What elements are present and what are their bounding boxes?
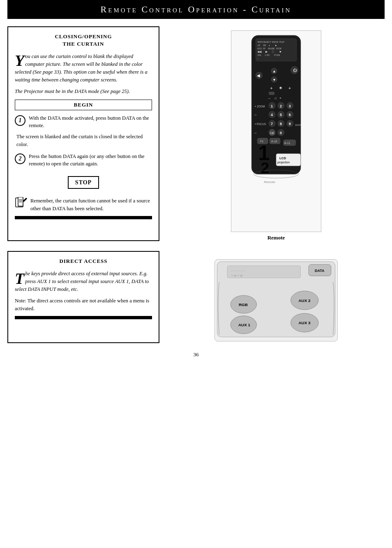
svg-text:A-11: A-11 (284, 142, 291, 144)
svg-text:Remote: Remote (264, 180, 275, 184)
svg-text:+: + (270, 86, 272, 91)
step2-text: Press the button DATA again (or any othe… (29, 153, 152, 168)
svg-text:EJECT: EJECT (265, 41, 271, 43)
memo-icon (15, 197, 28, 209)
svg-text:PLAY: PLAY (279, 41, 285, 43)
page-wrapper: Remote Control Operation - Curtain CLOSI… (0, 0, 392, 548)
stop-box: STOP (68, 176, 99, 189)
page-header: Remote Control Operation - Curtain (7, 0, 385, 19)
step2-circle: 2 (15, 153, 25, 164)
da-buttons-container: · · · · · · · · · ○ ·△· ○ ·△· DATA RGB A… (214, 259, 338, 343)
svg-text:▼: ▼ (272, 78, 276, 82)
svg-text:AUX 1: AUX 1 (238, 323, 251, 327)
bottom-content: DIRECT ACCESS T he keys provide direct a… (7, 251, 385, 343)
svg-text:WATCH: WATCH (257, 41, 265, 43)
svg-text:◀: ◀ (257, 73, 260, 78)
panel-body: Y ou can use the curtain control to blan… (15, 53, 152, 212)
step2-block: 2 Press the button DATA again (or any ot… (15, 153, 152, 168)
svg-text:projection: projection (277, 161, 290, 164)
drop-cap-y: Y (15, 54, 24, 67)
panel-title: CLOSING/OPENING THE CURTAIN (15, 33, 152, 48)
main-content: CLOSING/OPENING THE CURTAIN Y ou can use… (7, 26, 385, 241)
svg-text:FF: FF (263, 48, 265, 50)
svg-text:DATA: DATA (295, 124, 302, 126)
da-intro: T he keys provide direct access of exter… (15, 270, 152, 293)
svg-text:· ·   · · ·   · · · ·: · · · · · · · · · (231, 269, 245, 272)
curtain-panel: CLOSING/OPENING THE CURTAIN Y ou can use… (7, 26, 159, 241)
drop-cap-t: T (15, 272, 24, 285)
svg-text:–: – (254, 113, 256, 117)
svg-text:⏻: ⏻ (293, 68, 297, 72)
svg-rect-40 (269, 92, 274, 95)
svg-text:6: 6 (289, 113, 291, 117)
svg-text:A-10: A-10 (271, 140, 277, 143)
svg-text:–: – (268, 96, 270, 100)
svg-text:7: 7 (271, 122, 273, 126)
svg-text:◀◀: ◀◀ (257, 50, 262, 53)
step1-text: With the DATA mode activated, press butt… (29, 114, 152, 130)
svg-text:✶: ✶ (279, 85, 283, 91)
svg-text:2: 2 (261, 159, 269, 176)
svg-text:+: + (279, 96, 281, 100)
svg-text:FT/ZN: FT/ZN (274, 54, 280, 56)
svg-text:+: + (254, 123, 256, 125)
svg-text:STOP: STOP (276, 48, 282, 50)
direct-access-body: T he keys provide direct access of exter… (15, 270, 152, 313)
svg-text:PAUSE: PAUSE (268, 48, 275, 50)
svg-text:–: – (254, 131, 256, 135)
stop-container: STOP (15, 172, 152, 193)
svg-text:0: 0 (280, 131, 282, 135)
note-text: Remember, the curtain function cannot be… (30, 197, 152, 213)
da-panel-svg: · · · · · · · · · ○ ·△· ○ ·△· DATA RGB A… (214, 259, 338, 341)
svg-text:LCD: LCD (279, 156, 286, 160)
svg-rect-1 (18, 197, 23, 206)
step1-block: 1 With the DATA mode activated, press bu… (15, 114, 152, 130)
svg-text:DD: DD (263, 44, 266, 46)
data-mode-text: The Projector must be in the DATA mode (… (15, 88, 152, 95)
svg-text:5: 5 (280, 113, 282, 117)
da-panel-bottom-bar (15, 316, 152, 319)
svg-text:1/5: 1/5 (257, 44, 260, 46)
svg-text:▲: ▲ (272, 69, 276, 73)
right-panel-da: · · · · · · · · · ○ ·△· ○ ·△· DATA RGB A… (168, 251, 385, 343)
panel-bottom-bar (15, 216, 152, 219)
svg-text:1: 1 (271, 104, 273, 108)
svg-text:AUX 2: AUX 2 (298, 298, 311, 303)
svg-text:RGB: RGB (239, 302, 248, 307)
step1-detail: The screen is blanked and the curtain is… (16, 133, 152, 149)
svg-text:4: 4 (271, 113, 273, 117)
svg-text:AUX 3: AUX 3 (298, 320, 311, 325)
svg-text:CE: CE (270, 131, 274, 135)
svg-text:■: ■ (279, 50, 281, 53)
svg-text:+: + (254, 105, 256, 108)
svg-text:3: 3 (289, 104, 291, 108)
step1-circle: 1 (15, 115, 25, 126)
svg-text:ECO: ECO (257, 48, 262, 50)
svg-text:2: 2 (280, 104, 282, 108)
svg-text:○ ·△·   ○ ·△·: ○ ·△· ○ ·△· (231, 274, 243, 276)
svg-text:REC/D: REC/D (272, 41, 279, 43)
svg-text:DATA: DATA (315, 269, 325, 273)
intro-paragraph: Y ou can use the curtain control to blan… (15, 53, 152, 84)
svg-text:FOCUS: FOCUS (256, 123, 266, 125)
begin-box: BEGIN (15, 100, 152, 110)
page-number: 36 (7, 351, 385, 358)
remote-control-svg: WATCH EJECT REC/D PLAY 1/5 DD ● ▶ ECO FF… (231, 30, 321, 232)
svg-text:9: 9 (289, 122, 291, 126)
remote-label: Remote (267, 235, 285, 241)
svg-text:▶: ▶ (275, 44, 277, 46)
svg-text:8: 8 (280, 122, 282, 126)
svg-text:1↑PX: 1↑PX (265, 54, 270, 56)
svg-text:+: + (288, 86, 291, 91)
direct-access-title: DIRECT ACCESS (15, 258, 152, 265)
svg-marker-6 (23, 198, 27, 202)
svg-text:VOL: VOL (257, 54, 261, 56)
right-panel-remote: WATCH EJECT REC/D PLAY 1/5 DD ● ▶ ECO FF… (168, 26, 385, 241)
da-note: Note: The direct access controls are not… (15, 297, 152, 313)
direct-access-panel: DIRECT ACCESS T he keys provide direct a… (7, 251, 159, 343)
page-title: Remote Control Operation - Curtain (7, 4, 385, 15)
note-block: Remember, the curtain function cannot be… (15, 197, 152, 213)
intro-text: ou can use the curtain control to blank … (15, 53, 148, 82)
da-text1: he keys provide direct access of externa… (15, 271, 149, 292)
svg-text:○: ○ (257, 58, 258, 60)
